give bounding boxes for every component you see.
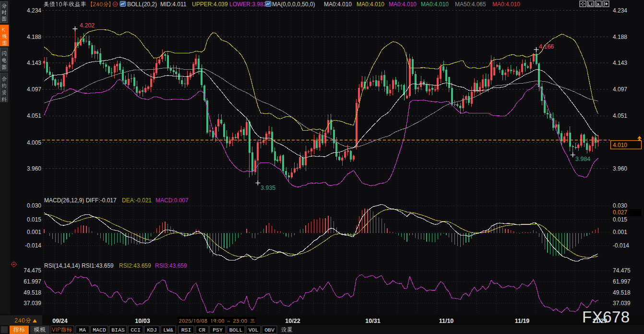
svg-text:-0.014: -0.014 <box>613 242 629 249</box>
svg-text:0.015: 0.015 <box>27 216 41 223</box>
svg-text:0.001: 0.001 <box>613 229 627 235</box>
svg-text:OBV: OBV <box>264 327 274 333</box>
svg-text:10/31: 10/31 <box>365 318 380 324</box>
svg-text:UPPER:4.039: UPPER:4.039 <box>192 1 228 8</box>
svg-text:37.039: 37.039 <box>613 300 631 307</box>
svg-text:MA(0,0,0,0,50,0): MA(0,0,0,0,50,0) <box>272 1 315 8</box>
svg-text:KDJ: KDJ <box>147 327 157 333</box>
svg-text:RSI3:43.659: RSI3:43.659 <box>155 262 187 269</box>
svg-text:MA: MA <box>79 327 86 333</box>
svg-text:3.935: 3.935 <box>261 185 275 191</box>
svg-text:74.475: 74.475 <box>24 267 41 274</box>
svg-text:RSI2:43.659: RSI2:43.659 <box>119 262 151 269</box>
svg-text:4.143: 4.143 <box>27 60 41 66</box>
svg-text:VOL: VOL <box>249 327 259 333</box>
svg-text:09/24: 09/24 <box>52 318 67 324</box>
svg-text:4.005: 4.005 <box>27 139 41 146</box>
svg-text:3.984: 3.984 <box>575 156 590 162</box>
svg-text:BOLL(20,2): BOLL(20,2) <box>127 1 157 8</box>
svg-text:4.143: 4.143 <box>613 60 627 66</box>
svg-text:MA0:4.010: MA0:4.010 <box>421 1 449 8</box>
svg-text:37.039: 37.039 <box>24 300 41 307</box>
svg-text:MA0:4.010: MA0:4.010 <box>389 1 417 8</box>
svg-text:0.015: 0.015 <box>613 216 627 223</box>
svg-text:CR: CR <box>199 327 205 333</box>
svg-text:4.234: 4.234 <box>27 7 41 14</box>
svg-text:BIAS: BIAS <box>111 327 125 333</box>
svg-text:10/22: 10/22 <box>285 318 300 324</box>
svg-text:3.960: 3.960 <box>613 165 627 172</box>
svg-text:-0.014: -0.014 <box>25 242 41 249</box>
svg-text:LW&: LW& <box>163 327 173 333</box>
svg-text:10/03: 10/03 <box>135 318 150 324</box>
svg-text:61.997: 61.997 <box>613 278 631 285</box>
svg-text:4.097: 4.097 <box>613 86 627 93</box>
svg-text:49.518: 49.518 <box>613 289 631 296</box>
svg-text:4.097: 4.097 <box>27 86 41 93</box>
svg-text:BOLL: BOLL <box>229 327 243 333</box>
svg-text:RSI: RSI <box>181 327 191 333</box>
svg-text:4.166: 4.166 <box>539 43 554 50</box>
svg-text:MA0:4.010: MA0:4.010 <box>492 1 520 8</box>
svg-text:RSI(14,14,14) RSI1:43.659: RSI(14,14,14) RSI1:43.659 <box>44 262 114 269</box>
svg-text:4.188: 4.188 <box>613 34 627 40</box>
svg-text:0.030: 0.030 <box>27 202 41 209</box>
svg-text:4.051: 4.051 <box>27 112 41 119</box>
svg-text:PSY: PSY <box>213 327 223 333</box>
svg-text:3.960: 3.960 <box>27 165 41 172</box>
svg-text:MACD:0.007: MACD:0.007 <box>155 197 189 204</box>
svg-text:MACD: MACD <box>93 327 106 333</box>
svg-text:11/10: 11/10 <box>439 318 454 324</box>
svg-text:4.202: 4.202 <box>80 22 95 29</box>
svg-text:0.030: 0.030 <box>613 202 627 209</box>
svg-text:4.188: 4.188 <box>27 34 41 40</box>
svg-text:61.997: 61.997 <box>24 278 41 285</box>
svg-text:MACD(26,12,9) DIFF:-0.017: MACD(26,12,9) DIFF:-0.017 <box>44 197 117 204</box>
svg-text:LOWER:3.982: LOWER:3.982 <box>229 1 267 8</box>
svg-text:4.010: 4.010 <box>613 142 627 148</box>
svg-text:0.027: 0.027 <box>613 209 627 216</box>
svg-text:11/19: 11/19 <box>515 318 530 324</box>
svg-text:4.234: 4.234 <box>613 7 627 14</box>
svg-text:MID:4.011: MID:4.011 <box>160 1 187 8</box>
svg-text:0.001: 0.001 <box>27 229 41 235</box>
svg-text:MA50:4.065: MA50:4.065 <box>455 1 486 8</box>
svg-text:CCI: CCI <box>131 327 141 333</box>
svg-text:MA0:4.010: MA0:4.010 <box>324 1 352 8</box>
svg-text:74.475: 74.475 <box>613 267 631 274</box>
svg-text:4.051: 4.051 <box>613 112 627 119</box>
svg-text:FX678: FX678 <box>582 308 630 326</box>
svg-text:49.518: 49.518 <box>24 289 41 296</box>
svg-text:DEA:-0.021: DEA:-0.021 <box>122 197 152 204</box>
svg-text:MA0:4.010: MA0:4.010 <box>357 1 384 8</box>
